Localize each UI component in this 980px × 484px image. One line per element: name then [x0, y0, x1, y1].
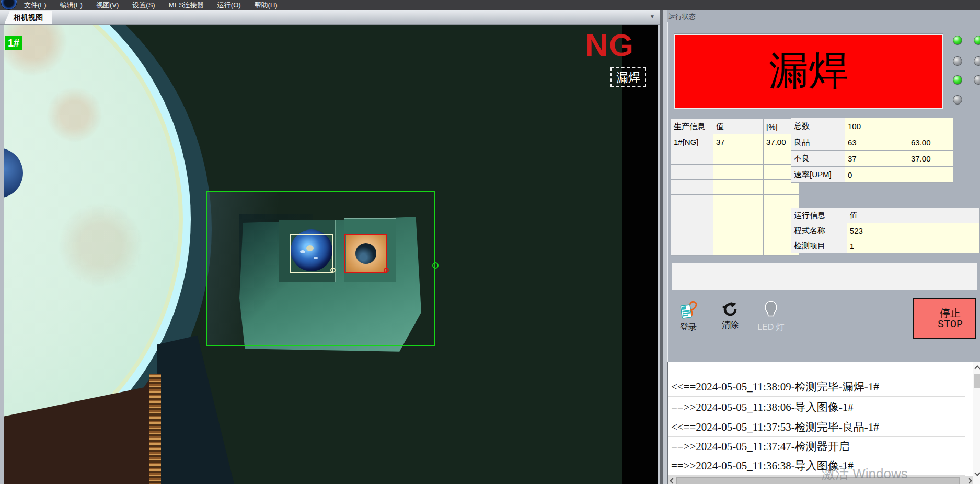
whitebox-notch: [330, 268, 336, 273]
menu-bar: 文件(F) 编辑(E) 视图(V) 设置(S) MES连接器 运行(O) 帮助(…: [0, 0, 980, 10]
log-tab-strip: ◁ 操作记录 分类汇总-1#: [667, 347, 980, 361]
message-box: [672, 263, 977, 290]
run-info-table: 运行信息 值 程式名称 523 检测项目 1: [791, 208, 980, 253]
table-row: 速率[UPM] 0: [791, 167, 953, 183]
chevron-down-icon[interactable]: ▼: [650, 14, 655, 19]
led-indicator: [953, 95, 962, 105]
stop-button[interactable]: 停止 STOP: [913, 298, 976, 339]
log-row[interactable]: ==>>2024-05-05_11:37:47-检测器开启: [668, 436, 965, 456]
table-row: 总数 100: [791, 118, 953, 134]
table-row: 良品 63 63.00: [791, 134, 953, 151]
stop-label-cn: 停止: [940, 307, 961, 319]
table-row: [671, 165, 799, 180]
camera-image-view: 1# NG 漏焊: [4, 24, 658, 484]
menu-run[interactable]: 运行(O): [217, 1, 241, 10]
panel-edge: [663, 10, 667, 484]
led-indicator: [953, 36, 962, 45]
log-row[interactable]: ==>>2024-05-05_11:38:06-导入图像-1#: [668, 397, 965, 417]
log-column-divider: [965, 362, 965, 475]
table-row: [671, 210, 799, 225]
stats-table: 总数 100 良品 63 63.00 不良 37 37.00 速率[UPM] 0: [791, 118, 953, 183]
col-header: 生产信息: [671, 119, 713, 134]
menu-file[interactable]: 文件(F): [24, 1, 47, 10]
table-row: 不良 37 37.00: [791, 151, 953, 167]
detection-roi: [206, 191, 435, 346]
login-button[interactable]: 登录: [672, 300, 705, 333]
scroll-left-icon[interactable]: [670, 478, 675, 483]
cell: 63.00: [908, 134, 953, 151]
login-label: 登录: [680, 322, 697, 333]
camera-tab-bar: 相机视图 ▼: [0, 10, 660, 25]
menu-mes-connector[interactable]: MES连接器: [169, 1, 204, 10]
roi-notch: [432, 262, 439, 269]
cell: 0: [845, 167, 908, 183]
lightbulb-icon: [763, 300, 779, 320]
table-row: [671, 180, 799, 195]
menu-settings[interactable]: 设置(S): [132, 1, 155, 10]
cell: 检测项目: [791, 238, 847, 253]
menu-help[interactable]: 帮助(H): [255, 1, 278, 10]
col-header: 值: [847, 208, 979, 223]
result-ng-text: NG: [585, 27, 635, 63]
led-indicator: [974, 36, 980, 45]
cell: 程式名称: [791, 223, 847, 238]
stop-label-en: STOP: [938, 319, 963, 330]
log-row[interactable]: <<==2024-05-05_11:38:09-检测完毕-漏焊-1#: [668, 377, 965, 397]
cell: [908, 167, 953, 183]
table-row: 程式名称 523: [791, 223, 980, 238]
menu-edit[interactable]: 编辑(E): [60, 1, 83, 10]
vertical-scroll-thumb[interactable]: [974, 374, 980, 388]
table-row: [671, 240, 799, 256]
table-row: [671, 149, 799, 165]
led-light-label: LED 灯: [757, 322, 785, 333]
cell: 37.00: [908, 151, 953, 167]
cell: 37: [713, 134, 764, 149]
table-row: 检测项目 1: [791, 238, 980, 253]
copper-coil-strip: [149, 374, 161, 484]
defect-label-tag: 漏焊: [610, 67, 646, 87]
image-black-band: [622, 24, 658, 484]
cell: 1#[NG]: [671, 134, 713, 149]
clear-button[interactable]: 清除: [713, 301, 747, 331]
horizontal-scroll-thumb[interactable]: [676, 477, 960, 484]
cell: 不良: [791, 151, 845, 167]
tab-camera-view[interactable]: 相机视图: [4, 11, 52, 24]
cell: 总数: [791, 118, 845, 134]
cell: 1: [847, 238, 979, 253]
run-status-panel: 运行状态 漏焊 生产信息 值 [%] 1#[NG] 37 37.00 总数 10…: [667, 10, 980, 484]
cell: 100: [845, 118, 908, 134]
scroll-down-icon[interactable]: [974, 470, 980, 476]
col-header: 值: [713, 119, 764, 134]
led-indicator: [953, 75, 962, 85]
cell: 良品: [791, 134, 845, 151]
camera-id-badge: 1#: [5, 36, 22, 50]
cell: 速率[UPM]: [791, 167, 845, 183]
window-left-edge: [0, 24, 4, 484]
scroll-up-icon[interactable]: [974, 365, 980, 371]
led-light-button[interactable]: LED 灯: [754, 300, 788, 333]
activate-windows-watermark: 激活 Windows: [822, 465, 908, 483]
table-row: [671, 195, 799, 210]
table-row[interactable]: 1#[NG] 37 37.00: [671, 134, 799, 149]
log-row[interactable]: ==>>2024-05-05_11:36:38-导入图像-1#: [668, 456, 965, 476]
led-indicator: [974, 75, 980, 85]
defect-banner: 漏焊: [674, 34, 943, 109]
menu-view[interactable]: 视图(V): [96, 1, 119, 10]
panel-splitter[interactable]: [660, 10, 663, 484]
cell: 37: [845, 151, 908, 167]
cell: 523: [847, 223, 979, 238]
redbox-notch: [384, 268, 389, 273]
scroll-right-icon[interactable]: [966, 478, 972, 483]
col-header: 运行信息: [791, 208, 847, 223]
id-badge-icon: [678, 300, 699, 320]
panel-title: 运行状态: [668, 12, 696, 21]
log-row[interactable]: <<==2024-05-05_11:37:53-检测完毕-良品-1#: [668, 417, 965, 437]
production-table: 生产信息 值 [%] 1#[NG] 37 37.00: [671, 119, 799, 256]
table-row: [671, 225, 799, 240]
led-indicator: [953, 56, 962, 66]
cell: 63: [845, 134, 908, 151]
refresh-arrow-icon: [722, 301, 739, 318]
clear-label: 清除: [722, 320, 739, 331]
dark-wedge: [151, 332, 234, 484]
led-indicator: [974, 56, 980, 66]
